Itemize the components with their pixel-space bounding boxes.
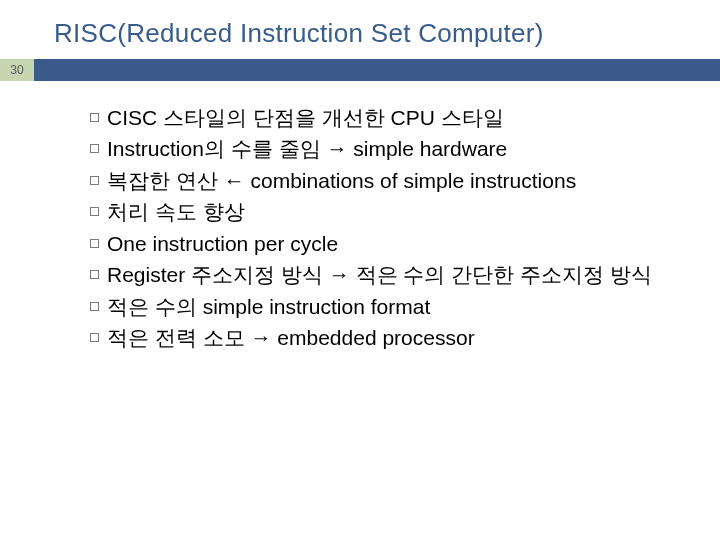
list-item: One instruction per cycle: [90, 229, 680, 259]
square-bullet-icon: [90, 270, 99, 279]
slide-title: RISC(Reduced Instruction Set Computer): [0, 0, 720, 59]
list-item: CISC 스타일의 단점을 개선한 CPU 스타일: [90, 103, 680, 133]
square-bullet-icon: [90, 239, 99, 248]
square-bullet-icon: [90, 207, 99, 216]
list-item: 처리 속도 향상: [90, 197, 680, 227]
list-item-text: 적은 수의 simple instruction format: [107, 292, 680, 322]
slide: RISC(Reduced Instruction Set Computer) 3…: [0, 0, 720, 540]
list-item-text: Register 주소지정 방식 → 적은 수의 간단한 주소지정 방식: [107, 260, 680, 290]
square-bullet-icon: [90, 113, 99, 122]
list-item: 적은 전력 소모 → embedded processor: [90, 323, 680, 353]
list-item-text: 복잡한 연산 ← combinations of simple instruct…: [107, 166, 680, 196]
list-item: Register 주소지정 방식 → 적은 수의 간단한 주소지정 방식: [90, 260, 680, 290]
page-number: 30: [0, 59, 34, 81]
content-area: CISC 스타일의 단점을 개선한 CPU 스타일 Instruction의 수…: [0, 81, 720, 354]
square-bullet-icon: [90, 144, 99, 153]
square-bullet-icon: [90, 333, 99, 342]
square-bullet-icon: [90, 176, 99, 185]
list-item-text: One instruction per cycle: [107, 229, 680, 259]
header-band-fill: [34, 59, 720, 81]
list-item-text: CISC 스타일의 단점을 개선한 CPU 스타일: [107, 103, 680, 133]
list-item: Instruction의 수를 줄임 → simple hardware: [90, 134, 680, 164]
list-item: 적은 수의 simple instruction format: [90, 292, 680, 322]
list-item-text: 처리 속도 향상: [107, 197, 680, 227]
list-item: 복잡한 연산 ← combinations of simple instruct…: [90, 166, 680, 196]
list-item-text: 적은 전력 소모 → embedded processor: [107, 323, 680, 353]
header-band: 30: [0, 59, 720, 81]
list-item-text: Instruction의 수를 줄임 → simple hardware: [107, 134, 680, 164]
square-bullet-icon: [90, 302, 99, 311]
